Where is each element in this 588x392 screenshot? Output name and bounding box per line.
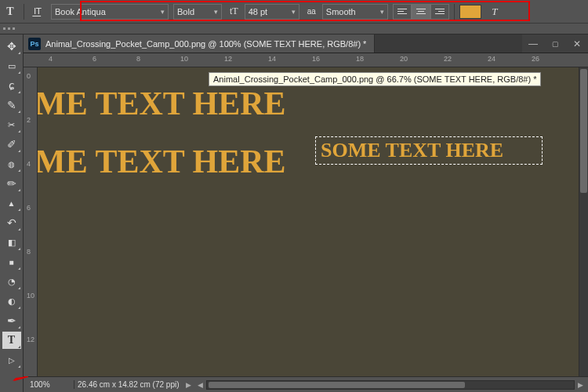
magic-wand-tool[interactable]: ✎ [2, 96, 21, 114]
document-dimensions[interactable]: 26.46 cm x 14.82 cm (72 ppi) ▶ [74, 380, 198, 389]
chevron-down-icon: ▾ [380, 8, 384, 16]
document-tab-bar: Ps Animal_Crossing_Pocket_Camp_000.png @… [24, 34, 588, 53]
panel-grip[interactable] [0, 24, 588, 34]
scroll-left-icon[interactable]: ◀ [198, 381, 203, 389]
document-tab[interactable]: Ps Animal_Crossing_Pocket_Camp_000.png @… [24, 34, 375, 53]
maximize-button[interactable]: ▢ [544, 34, 566, 53]
scroll-thumb[interactable] [580, 69, 587, 193]
eyedropper-tool[interactable]: ✐ [2, 136, 21, 153]
align-left-button[interactable] [393, 4, 412, 20]
font-family-value: Book Antiqua [55, 7, 106, 16]
vertical-ruler[interactable]: 0 2 4 6 8 10 12 [24, 67, 38, 376]
close-button[interactable]: ✕ [566, 34, 588, 53]
move-tool[interactable]: ✥ [2, 38, 21, 55]
warp-text-button[interactable]: T [486, 3, 503, 20]
text-color-swatch[interactable] [459, 5, 481, 19]
text-options-bar: T I̲T̲ Book Antiqua ▾ Bold ▾ tT 48 pt ▾ … [0, 0, 588, 24]
antialias-value: Smooth [326, 7, 356, 16]
chevron-down-icon: ▾ [161, 8, 165, 16]
chevron-right-icon: ▶ [186, 381, 191, 389]
align-center-button[interactable] [412, 4, 430, 20]
antialias-icon: aa [307, 7, 316, 16]
scroll-right-icon[interactable]: ▶ [578, 381, 583, 389]
blur-tool[interactable]: ◔ [2, 273, 21, 290]
canvas[interactable]: ME TEXT HERE ME TEXT HERE SOME TEXT HERE… [38, 67, 579, 376]
eraser-tool[interactable]: ◧ [2, 234, 21, 251]
document-title: Animal_Crossing_Pocket_Camp_000.png @ 10… [45, 39, 366, 49]
divider [24, 4, 24, 20]
marquee-tool[interactable]: ▭ [2, 57, 21, 74]
path-selection-tool[interactable]: ▷ [2, 351, 21, 368]
lasso-tool[interactable]: ɕ [2, 77, 21, 94]
healing-brush-tool[interactable]: ◍ [2, 155, 21, 172]
canvas-viewport[interactable]: ME TEXT HERE ME TEXT HERE SOME TEXT HERE… [38, 67, 588, 376]
text-layer-2[interactable]: ME TEXT HERE [38, 143, 286, 180]
text-layer-1[interactable]: ME TEXT HERE [38, 85, 286, 122]
zoom-level[interactable]: 100% [24, 380, 74, 389]
clone-stamp-tool[interactable]: ▲ [2, 194, 21, 212]
text-orientation-toggle[interactable]: I̲T̲ [29, 3, 46, 20]
brush-tool[interactable]: ✏ [2, 175, 21, 192]
antialias-dropdown[interactable]: Smooth ▾ [322, 4, 388, 20]
crop-tool[interactable]: ✂ [2, 116, 21, 133]
document-tooltip: Animal_Crossing_Pocket_Camp_000.png @ 66… [209, 72, 541, 86]
font-size-icon: tT [230, 5, 238, 17]
chevron-down-icon: ▾ [292, 8, 296, 16]
pen-tool[interactable]: ✒ [2, 312, 21, 329]
tab-bar-space [375, 34, 522, 53]
font-style-value: Bold [177, 7, 194, 16]
tools-panel: ✥ ▭ ɕ ✎ ✂ ✐ ◍ ✏ ▲ ↶ ◧ ■ ◔ ◐ ✒ T ▷ [0, 34, 24, 392]
history-brush-tool[interactable]: ↶ [2, 214, 21, 231]
workspace: Ps Animal_Crossing_Pocket_Camp_000.png @… [24, 34, 588, 392]
font-size-value: 48 pt [249, 7, 267, 16]
chevron-down-icon: ▾ [214, 8, 218, 16]
font-size-dropdown[interactable]: 48 pt ▾ [245, 4, 299, 20]
gradient-tool[interactable]: ■ [2, 253, 21, 270]
photoshop-badge-icon: Ps [28, 38, 41, 50]
text-selection-box[interactable]: SOME TEXT HERE [315, 136, 543, 165]
dodge-tool[interactable]: ◐ [2, 292, 21, 310]
scroll-thumb[interactable] [209, 382, 466, 388]
font-style-dropdown[interactable]: Bold ▾ [173, 4, 222, 20]
align-right-button[interactable] [430, 4, 449, 20]
horizontal-ruler[interactable]: 4 6 8 10 12 14 16 18 20 22 24 26 [24, 53, 588, 67]
status-bar: 100% 26.46 cm x 14.82 cm (72 ppi) ▶ ◀ ▶ [24, 376, 588, 392]
vertical-scrollbar[interactable] [579, 67, 588, 376]
font-family-dropdown[interactable]: Book Antiqua ▾ [51, 4, 169, 20]
horizontal-scrollbar[interactable] [206, 380, 575, 390]
text-align-group [393, 4, 449, 20]
type-tool[interactable]: T [2, 332, 21, 349]
minimize-button[interactable]: — [522, 34, 544, 53]
text-tool-indicator: T [2, 3, 19, 20]
divider [454, 4, 455, 20]
text-layer-selection[interactable]: SOME TEXT HERE [321, 139, 503, 162]
